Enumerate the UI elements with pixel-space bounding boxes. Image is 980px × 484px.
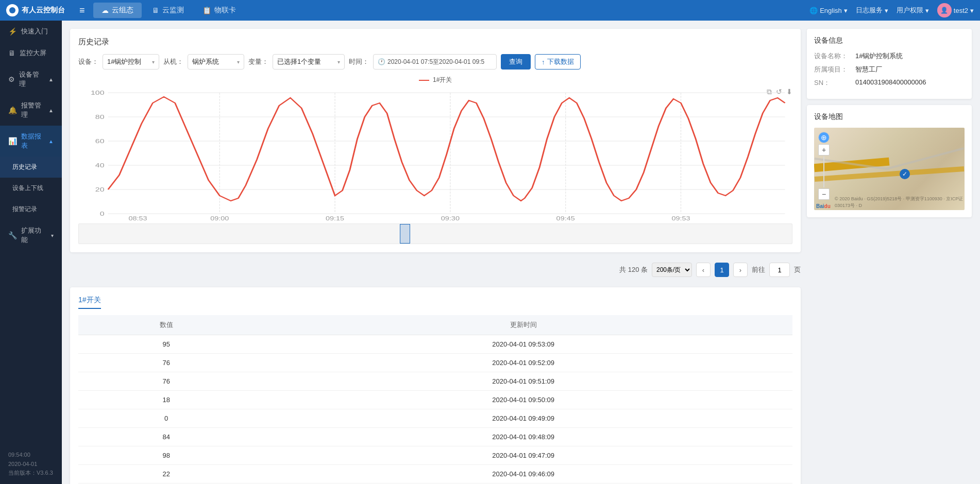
- sidebar-item-history-record[interactable]: 历史记录: [0, 157, 62, 178]
- map-container[interactable]: ✓ ⊕ + − Baidu © 2020 Baidu · GS(2019)521…: [814, 128, 965, 210]
- svg-text:04-01: 04-01: [441, 221, 460, 221]
- data-section-title: 1#开关: [78, 296, 792, 315]
- sidebar-label-data-report: 数据报表: [21, 132, 44, 150]
- time-range-input[interactable]: 🕐 2020-04-01 07:5至2020-04-01 09:5: [373, 54, 497, 70]
- device-info-card: 设备信息 设备名称： 1#锅炉控制系统 所属项目： 智慧工厂 SN： 01400…: [807, 29, 972, 99]
- project-row: 所属项目： 智慧工厂: [814, 65, 965, 74]
- download-icon: ↑: [542, 58, 545, 66]
- language-selector[interactable]: 🌐 English ▾: [809, 7, 848, 14]
- project-label: 所属项目：: [814, 65, 855, 74]
- map-zoom-in-icon[interactable]: +: [818, 144, 830, 155]
- monitor-screen-icon: 🖥: [8, 49, 15, 57]
- app-title: 有人云控制台: [22, 6, 65, 15]
- machine-label: 从机：: [163, 57, 183, 66]
- sidebar-item-alarm-mgmt[interactable]: 🔔 报警管理 ▲: [0, 95, 62, 126]
- svg-text:04-01: 04-01: [556, 221, 575, 221]
- user-menu[interactable]: 👤 test2 ▾: [937, 3, 974, 18]
- sidebar-item-quick-start[interactable]: ⚡ 快速入门: [0, 21, 62, 42]
- next-page-button[interactable]: ›: [733, 263, 748, 277]
- sidebar-item-extend-func[interactable]: 🔧 扩展功能 ▾: [0, 220, 62, 251]
- top-nav-left: 有人云控制台 ≡ ☁ 云组态 🖥 云监测 📋 物联卡: [6, 3, 244, 18]
- cell-value-1: 76: [78, 354, 254, 372]
- table-row: 0 2020-04-01 09:49:09: [78, 409, 792, 428]
- cell-value-7: 22: [78, 465, 254, 483]
- project-value: 智慧工厂: [855, 65, 882, 74]
- sidebar: ⚡ 快速入门 🖥 监控大屏 ⚙ 设备管理 ▲ 🔔 报警管理 ▲ 📊 数据报表 ▲…: [0, 21, 62, 484]
- user-perm-menu[interactable]: 用户权限 ▾: [897, 6, 929, 15]
- legend-dot-1: [419, 80, 429, 81]
- machine-select-value: 锅炉系统: [192, 57, 219, 66]
- sidebar-item-device-online[interactable]: 设备上下线: [0, 178, 62, 199]
- download-button[interactable]: ↑ 下载数据: [535, 54, 581, 70]
- query-button[interactable]: 查询: [501, 54, 531, 70]
- svg-text:80: 80: [95, 114, 105, 120]
- top-nav-right: 🌐 English ▾ 日志服务 ▾ 用户权限 ▾ 👤 test2 ▾: [809, 3, 974, 18]
- page-suffix-label: 页: [794, 265, 801, 274]
- download-label: 下载数据: [547, 57, 574, 66]
- history-record-card: 历史记录 设备： 1#锅炉控制 ▾ 从机： 锅炉系统 ▾ 变量： 已选择: [70, 29, 801, 252]
- sidebar-item-device-mgmt[interactable]: ⚙ 设备管理 ▲: [0, 64, 62, 95]
- map-zoom-slider[interactable]: [823, 157, 824, 187]
- variable-label: 变量：: [248, 57, 268, 66]
- nav-tabs: ☁ 云组态 🖥 云监测 📋 物联卡: [93, 3, 244, 18]
- cell-value-3: 18: [78, 391, 254, 409]
- svg-text:04-01: 04-01: [671, 221, 690, 221]
- cloud-group-icon: ☁: [102, 6, 109, 14]
- current-page-button[interactable]: 1: [715, 263, 729, 277]
- extend-func-icon: 🔧: [8, 231, 17, 239]
- log-service-menu[interactable]: 日志服务 ▾: [856, 6, 888, 15]
- nav-tab-cloud-group-label: 云组态: [112, 6, 133, 15]
- svg-text:100: 100: [91, 90, 105, 96]
- svg-line-30: [815, 169, 964, 179]
- user-perm-label: 用户权限: [897, 6, 923, 15]
- content-area: 历史记录 设备： 1#锅炉控制 ▾ 从机： 锅炉系统 ▾ 变量： 已选择: [62, 21, 980, 484]
- menu-toggle-icon[interactable]: ≡: [79, 5, 85, 16]
- table-header-row: 数值 更新时间: [78, 315, 792, 335]
- logo-icon: [6, 4, 19, 16]
- language-label: English: [820, 7, 842, 14]
- svg-text:✓: ✓: [902, 170, 907, 178]
- language-chevron-icon: ▾: [844, 7, 848, 14]
- svg-text:04-01: 04-01: [326, 221, 345, 221]
- per-page-select[interactable]: 200条/页 100条/页 50条/页: [652, 263, 692, 277]
- map-compass-icon[interactable]: ⊕: [818, 132, 830, 143]
- col-time: 更新时间: [254, 315, 792, 335]
- sidebar-item-alarm-record[interactable]: 报警记录: [0, 199, 62, 220]
- nav-tab-iot-card[interactable]: 📋 物联卡: [194, 3, 244, 18]
- device-select-arrow-icon: ▾: [152, 59, 155, 65]
- data-report-icon: 📊: [8, 137, 17, 145]
- chart-brush[interactable]: [78, 223, 792, 244]
- variable-select[interactable]: 已选择1个变量 ▾: [273, 54, 345, 70]
- sidebar-label-extend-func: 扩展功能: [21, 226, 47, 245]
- sidebar-label-device-online: 设备上下线: [12, 184, 43, 193]
- sidebar-item-data-report[interactable]: 📊 数据报表 ▲: [0, 126, 62, 157]
- app-logo: 有人云控制台: [6, 4, 65, 16]
- goto-page-input[interactable]: [769, 263, 790, 277]
- map-copyright: © 2020 Baidu · GS(2019)5218号 · 甲测资字11009…: [835, 196, 965, 209]
- device-map-card: 设备地图 ✓ ⊕ +: [807, 105, 972, 217]
- goto-label: 前往: [752, 265, 765, 274]
- prev-page-button[interactable]: ‹: [696, 263, 711, 277]
- svg-text:04-01: 04-01: [128, 221, 147, 221]
- machine-select[interactable]: 锅炉系统 ▾: [188, 54, 244, 70]
- sidebar-label-history-record: 历史记录: [12, 163, 37, 171]
- table-header: 数值 更新时间: [78, 315, 792, 335]
- chart-svg: 100 80 60 40 20 0 08:53 04-01 09:00 04-: [78, 88, 792, 221]
- nav-tab-cloud-monitor[interactable]: 🖥 云监测: [144, 3, 192, 18]
- nav-tab-cloud-group[interactable]: ☁ 云组态: [93, 3, 142, 18]
- device-info-title: 设备信息: [814, 36, 965, 45]
- pagination-bar: 共 120 条 200条/页 100条/页 50条/页 ‹ 1 › 前往 页: [70, 258, 801, 281]
- table-row: 84 2020-04-01 09:48:09: [78, 428, 792, 446]
- globe-icon: 🌐: [809, 7, 818, 14]
- sidebar-item-monitor-screen[interactable]: 🖥 监控大屏: [0, 42, 62, 64]
- alarm-mgmt-icon: 🔔: [8, 106, 17, 114]
- map-zoom-out-icon[interactable]: −: [818, 188, 830, 200]
- device-select[interactable]: 1#锅炉控制 ▾: [103, 54, 159, 70]
- chart-brush-handle[interactable]: [400, 224, 410, 244]
- baidu-logo: Baidu: [816, 203, 831, 209]
- svg-line-32: [887, 148, 964, 169]
- filter-bar: 设备： 1#锅炉控制 ▾ 从机： 锅炉系统 ▾ 变量： 已选择1个变量 ▾: [78, 54, 792, 70]
- cell-time-3: 2020-04-01 09:50:09: [254, 391, 792, 409]
- sidebar-version: 当前版本：V3.6.3: [8, 469, 54, 478]
- device-mgmt-icon: ⚙: [8, 75, 15, 83]
